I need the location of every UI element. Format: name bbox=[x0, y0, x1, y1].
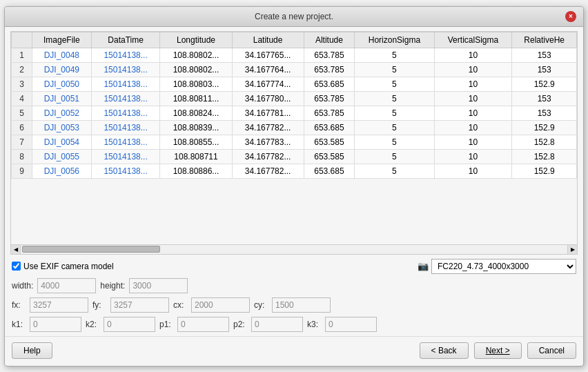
table-row: 1DJI_004815014138...108.80802...34.16776… bbox=[12, 48, 577, 62]
table-cell: 34.167780... bbox=[232, 91, 304, 106]
table-cell: 8 bbox=[12, 149, 32, 164]
k2-input[interactable] bbox=[104, 317, 155, 332]
back-button[interactable]: < Back bbox=[420, 342, 469, 359]
table-cell: 10 bbox=[434, 164, 512, 178]
table-cell: 15014138... bbox=[91, 106, 160, 120]
table-cell: 152.8 bbox=[512, 149, 577, 164]
right-buttons: < Back Next > Cancel bbox=[420, 342, 576, 359]
cy-input[interactable] bbox=[272, 297, 331, 313]
table-cell: 34.167782... bbox=[232, 164, 304, 178]
close-button[interactable]: × bbox=[565, 11, 576, 22]
table-cell: 10 bbox=[434, 120, 512, 135]
table-cell: 5 bbox=[355, 48, 434, 62]
table-cell: 10 bbox=[434, 91, 512, 106]
table-cell: 653.585 bbox=[304, 149, 355, 164]
table-cell: 153 bbox=[512, 48, 577, 62]
table-cell: 5 bbox=[355, 106, 434, 120]
table-cell: 108.80824... bbox=[160, 106, 232, 120]
table-cell: 15014138... bbox=[91, 149, 160, 164]
table-cell: 152.9 bbox=[512, 77, 577, 91]
table-cell: 4 bbox=[12, 91, 32, 106]
cancel-button[interactable]: Cancel bbox=[527, 342, 576, 359]
table-cell: 3 bbox=[12, 77, 32, 91]
table-cell: 5 bbox=[12, 106, 32, 120]
k3-input[interactable] bbox=[325, 317, 377, 332]
scroll-track bbox=[21, 244, 567, 254]
table-cell: 34.167782... bbox=[232, 120, 304, 135]
table-cell: 10 bbox=[434, 106, 512, 120]
data-table: ImageFile DataTime Longtitude Latitude A… bbox=[11, 32, 577, 179]
table-cell: DJI_0051 bbox=[32, 91, 92, 106]
table-cell: 15014138... bbox=[91, 91, 160, 106]
table-cell: 6 bbox=[12, 120, 32, 135]
table-cell: 108.80802... bbox=[160, 62, 232, 77]
table-cell: DJI_0055 bbox=[32, 149, 92, 164]
button-row: Help < Back Next > Cancel bbox=[5, 336, 583, 366]
table-container[interactable]: ImageFile DataTime Longtitude Latitude A… bbox=[10, 31, 578, 245]
table-row: 4DJI_005115014138...108.80811...34.16778… bbox=[12, 91, 577, 106]
table-cell: 108.80802... bbox=[160, 48, 232, 62]
fx-label: fx: bbox=[12, 300, 26, 310]
table-cell: 653.785 bbox=[304, 106, 355, 120]
distortion-row: k1: k2: p1: p2: k3: bbox=[12, 317, 576, 332]
camera-model-select: 📷 FC220_4.73_4000x3000 bbox=[418, 259, 576, 274]
table-cell: 653.785 bbox=[304, 48, 355, 62]
height-input[interactable] bbox=[129, 278, 188, 293]
col-longitude: Longtitude bbox=[160, 32, 232, 48]
width-height-row: width: height: bbox=[12, 278, 576, 293]
p1-label: p1: bbox=[159, 320, 173, 329]
table-cell: 34.167765... bbox=[232, 48, 304, 62]
k1-input[interactable] bbox=[30, 317, 81, 332]
table-cell: 10 bbox=[434, 48, 512, 62]
p1-input[interactable] bbox=[177, 317, 229, 332]
help-button[interactable]: Help bbox=[12, 342, 52, 359]
p2-input[interactable] bbox=[251, 317, 303, 332]
fy-label: fy: bbox=[92, 300, 106, 310]
table-cell: 152.9 bbox=[512, 120, 577, 135]
dialog-body: ImageFile DataTime Longtitude Latitude A… bbox=[5, 27, 583, 366]
next-button[interactable]: Next > bbox=[474, 342, 522, 359]
table-row: 3DJI_005015014138...108.80803...34.16777… bbox=[12, 77, 577, 91]
table-cell: 5 bbox=[355, 149, 434, 164]
table-cell: DJI_0048 bbox=[32, 48, 92, 62]
table-cell: 5 bbox=[355, 164, 434, 178]
scroll-left-button[interactable]: ◀ bbox=[11, 244, 21, 254]
table-cell: DJI_0053 bbox=[32, 120, 92, 135]
exif-checkbox-label[interactable]: Use EXIF camera model bbox=[12, 262, 114, 271]
table-cell: 153 bbox=[512, 62, 577, 77]
table-cell: 34.167764... bbox=[232, 62, 304, 77]
table-cell: DJI_0054 bbox=[32, 135, 92, 149]
title-bar: Create a new project. × bbox=[5, 7, 583, 27]
table-cell: 5 bbox=[355, 77, 434, 91]
table-cell: 5 bbox=[355, 62, 434, 77]
table-cell: 108.808711 bbox=[160, 149, 232, 164]
options-area: Use EXIF camera model 📷 FC220_4.73_4000x… bbox=[5, 255, 583, 336]
table-cell: 152.8 bbox=[512, 135, 577, 149]
p2-label: p2: bbox=[233, 320, 247, 329]
fy-input[interactable] bbox=[110, 297, 169, 313]
table-cell: 15014138... bbox=[91, 164, 160, 178]
cx-label: cx: bbox=[173, 300, 187, 310]
camera-dropdown[interactable]: FC220_4.73_4000x3000 bbox=[431, 259, 576, 274]
camera-icon: 📷 bbox=[418, 261, 429, 271]
scroll-right-button[interactable]: ▶ bbox=[567, 244, 577, 254]
table-cell: 15014138... bbox=[91, 135, 160, 149]
cy-label: cy: bbox=[254, 300, 268, 310]
exif-camera-row: Use EXIF camera model 📷 FC220_4.73_4000x… bbox=[12, 259, 576, 274]
scroll-thumb[interactable] bbox=[22, 246, 160, 253]
exif-checkbox[interactable] bbox=[12, 262, 21, 271]
k3-label: k3: bbox=[307, 320, 321, 329]
height-label: height: bbox=[100, 281, 125, 291]
fx-input[interactable] bbox=[30, 297, 88, 313]
cx-input[interactable] bbox=[191, 297, 250, 313]
table-cell: 653.785 bbox=[304, 62, 355, 77]
table-cell: 10 bbox=[434, 135, 512, 149]
col-latitude: Latitude bbox=[232, 32, 304, 48]
table-cell: 153 bbox=[512, 91, 577, 106]
table-cell: 653.685 bbox=[304, 164, 355, 178]
table-cell: 653.685 bbox=[304, 120, 355, 135]
table-cell: 5 bbox=[355, 135, 434, 149]
width-input[interactable] bbox=[37, 278, 96, 293]
horizontal-scrollbar[interactable]: ◀ ▶ bbox=[10, 245, 578, 255]
col-verticalsigma: VerticalSigma bbox=[434, 32, 512, 48]
